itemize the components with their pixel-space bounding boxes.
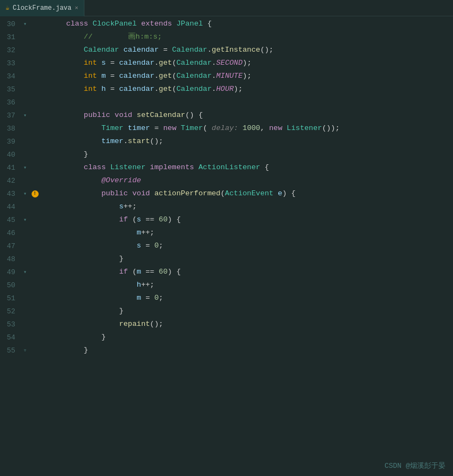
line-number: 52 (0, 307, 21, 316)
fold-icon[interactable]: ▾ (21, 217, 29, 223)
code-line: @Override (48, 174, 453, 187)
code-line: int s = calendar.get(Calendar.SECOND); (48, 57, 453, 70)
gutter-row: 30▾ (0, 17, 46, 30)
line-number: 44 (0, 203, 21, 211)
gutter-row: 55▿ (0, 344, 46, 357)
gutter-row: 50 (0, 279, 46, 292)
code-line: timer.start(); (48, 135, 453, 148)
fold-icon[interactable]: ▾ (21, 164, 29, 171)
code-line: public void actionPerformed(ActionEvent … (48, 187, 453, 200)
gutter-row: 42 (0, 174, 46, 187)
line-number: 53 (0, 320, 21, 329)
code-line (48, 96, 453, 109)
warn-badge: ! (32, 190, 39, 197)
line-number: 36 (0, 98, 21, 107)
tab-bar: ☕ ClockFrame.java × (0, 0, 453, 16)
gutter-row: 34 (0, 70, 46, 83)
line-number: 43 (0, 190, 21, 198)
gutter-row: 43▾! (0, 187, 46, 200)
line-number: 55 (0, 347, 21, 355)
code-line: } (48, 344, 453, 357)
gutter-row: 49▾ (0, 265, 46, 279)
code-line: if (m == 60) { (48, 265, 453, 279)
gutter-row: 33 (0, 57, 46, 70)
line-number: 47 (0, 242, 21, 250)
line-number: 54 (0, 333, 21, 342)
code-area: class ClockPanel extends JPanel { // 画h:… (46, 16, 453, 476)
gutter-row: 52 (0, 305, 46, 318)
code-line: repaint(); (48, 318, 453, 331)
fold-icon[interactable]: ▾ (21, 269, 29, 275)
gutter-row: 46 (0, 226, 46, 239)
code-line: if (s == 60) { (48, 213, 453, 226)
tab-file-icon: ☕ (5, 4, 9, 12)
watermark: CSDN @烟溪彭于晏 (384, 461, 445, 471)
line-number: 42 (0, 177, 21, 185)
gutter-extra: ! (29, 190, 40, 197)
line-number: 45 (0, 216, 21, 224)
close-icon[interactable]: × (75, 5, 78, 11)
line-number: 39 (0, 138, 21, 146)
gutter-row: 39 (0, 135, 46, 148)
code-line: public void setCalendar() { (48, 109, 453, 122)
line-number: 31 (0, 33, 21, 41)
editor: 30▾31323334353637▾38394041▾4243▾!4445▾46… (0, 16, 453, 476)
line-number: 30 (0, 20, 21, 28)
gutter-row: 35 (0, 83, 46, 96)
line-number: 50 (0, 281, 21, 289)
gutter-row: 38 (0, 122, 46, 135)
code-line: m++; (48, 226, 453, 239)
fold-icon[interactable]: ▾ (21, 190, 29, 197)
code-line: Timer timer = new Timer( delay: 1000, ne… (48, 122, 453, 135)
gutter-row: 40 (0, 148, 46, 161)
gutter-row: 48 (0, 252, 46, 265)
gutter-row: 44 (0, 200, 46, 213)
code-line: } (48, 148, 453, 161)
line-number: 32 (0, 46, 21, 54)
gutter-row: 53 (0, 318, 46, 331)
code-line: class ClockPanel extends JPanel { (48, 17, 453, 30)
gutter-row: 31 (0, 30, 46, 44)
line-number: 48 (0, 255, 21, 263)
code-line: s = 0; (48, 239, 453, 252)
fold-icon[interactable]: ▾ (21, 112, 29, 119)
gutter-row: 45▾ (0, 213, 46, 226)
line-number: 33 (0, 59, 21, 67)
fold-icon[interactable]: ▿ (21, 347, 29, 354)
code-line: int m = calendar.get(Calendar.MINUTE); (48, 70, 453, 83)
code-line: Calendar calendar = Calendar.getInstance… (48, 44, 453, 57)
gutter-row: 36 (0, 96, 46, 109)
code-line: m = 0; (48, 292, 453, 305)
line-number: 41 (0, 164, 21, 172)
line-number: 34 (0, 72, 21, 81)
line-number: 49 (0, 268, 21, 276)
code-line: } (48, 252, 453, 265)
line-number: 46 (0, 229, 21, 237)
gutter-row: 32 (0, 44, 46, 57)
line-number: 51 (0, 294, 21, 302)
code-line: int h = calendar.get(Calendar.HOUR); (48, 83, 453, 96)
line-number: 40 (0, 151, 21, 159)
tab-clockframe[interactable]: ☕ ClockFrame.java × (0, 0, 84, 16)
tab-filename: ClockFrame.java (13, 4, 71, 12)
code-line: // 画h:m:s; (48, 30, 453, 44)
gutter-row: 37▾ (0, 109, 46, 122)
line-number: 35 (0, 85, 21, 94)
gutter-row: 41▾ (0, 161, 46, 174)
line-number: 37 (0, 112, 21, 120)
line-number: 38 (0, 125, 21, 133)
code-line: } (48, 331, 453, 344)
code-line: h++; (48, 279, 453, 292)
code-line: class Listener implements ActionListener… (48, 161, 453, 174)
gutter-row: 54 (0, 331, 46, 344)
fold-icon[interactable]: ▾ (21, 21, 29, 27)
code-line: } (48, 305, 453, 318)
gutter-row: 51 (0, 292, 46, 305)
gutter: 30▾31323334353637▾38394041▾4243▾!4445▾46… (0, 16, 46, 476)
gutter-row: 47 (0, 239, 46, 252)
code-line: s++; (48, 200, 453, 213)
